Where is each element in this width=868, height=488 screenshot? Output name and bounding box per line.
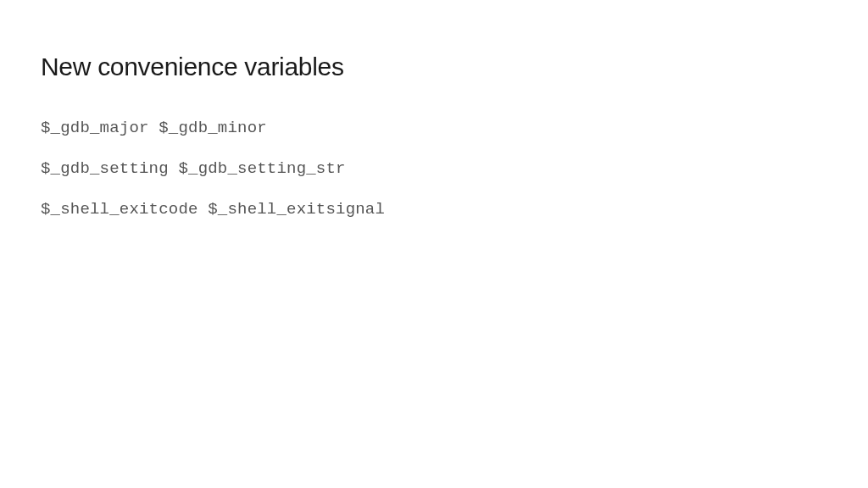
slide-title: New convenience variables <box>41 53 827 81</box>
code-line: $_gdb_setting $_gdb_setting_str <box>41 159 827 178</box>
code-line: $_gdb_major $_gdb_minor <box>41 119 827 137</box>
code-line: $_shell_exitcode $_shell_exitsignal <box>41 200 827 219</box>
